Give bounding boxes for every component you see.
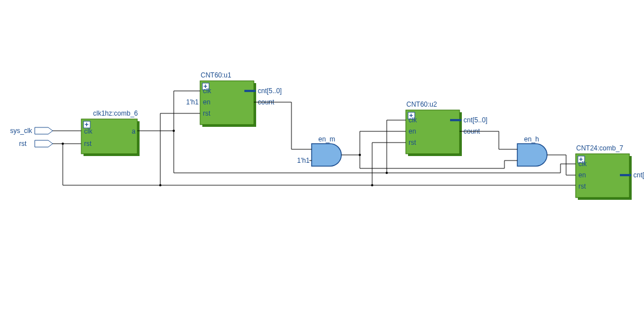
const-1h1-enm: 1'h1 bbox=[297, 157, 310, 164]
svg-point-21 bbox=[62, 143, 64, 145]
svg-point-25 bbox=[386, 172, 388, 174]
svg-point-23 bbox=[159, 184, 161, 186]
block-cnt60-u2[interactable]: CNT60:u2 + clk en rst cnt[5..0] count bbox=[406, 100, 488, 156]
port-rst-label: rst bbox=[19, 140, 27, 148]
comb6-port-rst: rst bbox=[84, 140, 92, 148]
const-1h1-u1: 1'h1 bbox=[186, 98, 199, 106]
gate-en-m[interactable]: en_m bbox=[312, 135, 341, 166]
gate-en-h[interactable]: en_h bbox=[517, 135, 547, 166]
block-cnt60-u1[interactable]: CNT60:u1 + clk en rst cnt[5..0] count bbox=[200, 71, 282, 127]
comb7-port-clk: clk bbox=[578, 160, 587, 168]
u1-port-clk: clk bbox=[203, 87, 212, 95]
comb6-port-a: a bbox=[132, 127, 136, 135]
block-comb6-title: clk1hz:comb_6 bbox=[93, 109, 138, 117]
u2-port-clk: clk bbox=[409, 116, 418, 124]
svg-point-26 bbox=[359, 154, 361, 156]
svg-point-24 bbox=[371, 184, 373, 186]
comb7-port-en: en bbox=[578, 171, 586, 179]
comb7-port-cnt: cnt[4..0] bbox=[633, 171, 644, 179]
gate-en-h-label: en_h bbox=[524, 135, 539, 143]
comb7-port-rst: rst bbox=[578, 182, 586, 190]
block-u2-title: CNT60:u2 bbox=[406, 100, 437, 108]
u1-port-en: en bbox=[203, 98, 210, 106]
u1-port-rst: rst bbox=[203, 109, 211, 117]
port-rst: rst bbox=[19, 140, 53, 148]
comb6-port-clk: clk bbox=[84, 127, 93, 135]
port-sys-clk-label: sys_clk bbox=[10, 127, 33, 135]
u1-port-cnt: cnt[5..0] bbox=[258, 87, 282, 95]
svg-marker-0 bbox=[35, 127, 53, 134]
block-cnt24-comb7[interactable]: CNT24:comb_7 + clk en rst cnt[4..0] bbox=[576, 144, 644, 200]
block-comb7-title: CNT24:comb_7 bbox=[576, 144, 623, 152]
u2-port-rst: rst bbox=[409, 139, 416, 146]
svg-point-22 bbox=[173, 130, 175, 132]
u2-port-cnt: cnt[5..0] bbox=[464, 116, 488, 124]
port-sys-clk: sys_clk bbox=[10, 127, 53, 135]
u2-port-en: en bbox=[409, 127, 416, 135]
svg-marker-1 bbox=[35, 140, 53, 147]
block-clk1hz-comb6[interactable]: clk1hz:comb_6 + clk rst a bbox=[81, 109, 140, 156]
block-u1-title: CNT60:u1 bbox=[201, 71, 231, 79]
gate-en-m-label: en_m bbox=[318, 135, 335, 143]
